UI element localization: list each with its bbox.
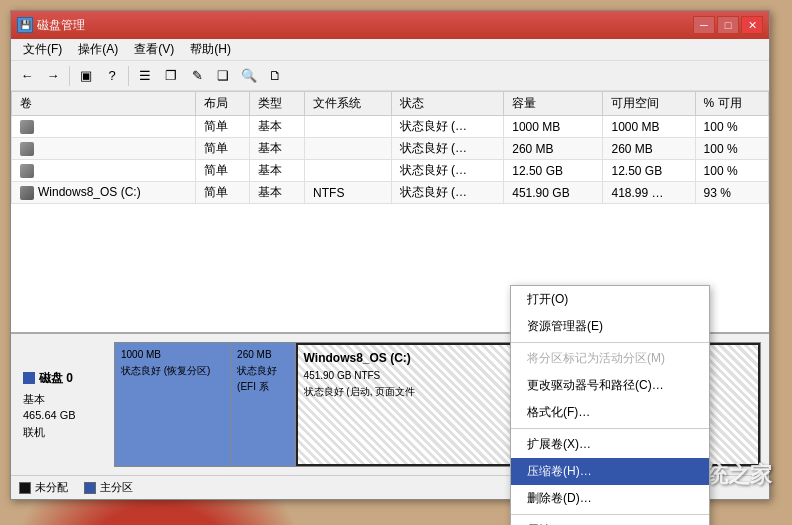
title-buttons: ─ □ ✕	[693, 16, 763, 34]
menu-action[interactable]: 操作(A)	[70, 39, 126, 60]
menu-file[interactable]: 文件(F)	[15, 39, 70, 60]
file-button[interactable]: 🗋	[263, 64, 287, 88]
cell-0-6: 1000 MB	[603, 116, 695, 138]
cell-3-0: Windows8_OS (C:)	[12, 182, 196, 204]
col-header-layout: 布局	[195, 92, 250, 116]
context-menu-item-1[interactable]: 资源管理器(E)	[511, 313, 709, 340]
legend-primary-label: 主分区	[100, 480, 133, 495]
col-header-volume: 卷	[12, 92, 196, 116]
cell-0-2: 基本	[250, 116, 305, 138]
context-menu-sep-1	[511, 342, 709, 343]
partition-1-status: 状态良好 (恢复分区)	[121, 363, 224, 379]
cell-2-0	[12, 160, 196, 182]
legend-primary: 主分区	[84, 480, 133, 495]
context-menu-item-7[interactable]: 删除卷(D)…	[511, 485, 709, 512]
cell-3-1: 简单	[195, 182, 250, 204]
cell-2-4: 状态良好 (…	[391, 160, 504, 182]
disk-type: 基本	[23, 391, 110, 408]
partition-2-status: 状态良好 (EFI 系	[237, 363, 289, 395]
cell-1-0	[12, 138, 196, 160]
edit-button[interactable]: ✎	[185, 64, 209, 88]
cell-3-5: 451.90 GB	[504, 182, 603, 204]
context-menu-item-5[interactable]: 扩展卷(X)…	[511, 431, 709, 458]
cell-3-6: 418.99 …	[603, 182, 695, 204]
legend-unallocated-label: 未分配	[35, 480, 68, 495]
context-menu-item-8[interactable]: 属性(P)	[511, 517, 709, 525]
table-row[interactable]: Windows8_OS (C:)简单基本NTFS状态良好 (…451.90 GB…	[12, 182, 769, 204]
col-header-type: 类型	[250, 92, 305, 116]
context-menu-sep-4	[511, 428, 709, 429]
cell-1-3	[305, 138, 392, 160]
cell-2-3	[305, 160, 392, 182]
context-menu-sep-7	[511, 514, 709, 515]
cell-2-1: 简单	[195, 160, 250, 182]
cell-2-2: 基本	[250, 160, 305, 182]
cell-3-3: NTFS	[305, 182, 392, 204]
disk-title: 磁盘 0	[23, 369, 110, 387]
cell-3-4: 状态良好 (…	[391, 182, 504, 204]
help-button[interactable]: ?	[100, 64, 124, 88]
search-button[interactable]: 🔍	[237, 64, 261, 88]
table-row[interactable]: 简单基本状态良好 (…1000 MB1000 MB100 %	[12, 116, 769, 138]
copy-button[interactable]: ❐	[159, 64, 183, 88]
cell-2-5: 12.50 GB	[504, 160, 603, 182]
col-header-free: 可用空间	[603, 92, 695, 116]
partition-2-size: 260 MB	[237, 347, 289, 363]
cell-0-7: 100 %	[695, 116, 768, 138]
cell-0-1: 简单	[195, 116, 250, 138]
toolbar: ← → ▣ ? ☰ ❐ ✎ ❑ 🔍 🗋	[11, 61, 769, 91]
cell-1-2: 基本	[250, 138, 305, 160]
table-row[interactable]: 简单基本状态良好 (…12.50 GB12.50 GB100 %	[12, 160, 769, 182]
context-menu-item-0[interactable]: 打开(O)	[511, 286, 709, 313]
volume-icon	[20, 164, 34, 178]
disk-size: 465.64 GB	[23, 407, 110, 424]
window-title: 磁盘管理	[37, 17, 85, 34]
cell-1-7: 100 %	[695, 138, 768, 160]
maximize-button[interactable]: □	[717, 16, 739, 34]
context-menu-item-4[interactable]: 格式化(F)…	[511, 399, 709, 426]
forward-button[interactable]: →	[41, 64, 65, 88]
menu-help[interactable]: 帮助(H)	[182, 39, 239, 60]
context-menu: 打开(O)资源管理器(E)将分区标记为活动分区(M)更改驱动器号和路径(C)…格…	[510, 285, 710, 525]
partition-2[interactable]: 260 MB 状态良好 (EFI 系	[231, 343, 296, 466]
cell-2-7: 100 %	[695, 160, 768, 182]
col-header-capacity: 容量	[504, 92, 603, 116]
partition-1[interactable]: 1000 MB 状态良好 (恢复分区)	[115, 343, 231, 466]
disk-square-icon	[23, 372, 35, 384]
properties-button[interactable]: ▣	[74, 64, 98, 88]
back-button[interactable]: ←	[15, 64, 39, 88]
disk-icon	[20, 186, 34, 200]
context-menu-item-6[interactable]: 压缩卷(H)…	[511, 458, 709, 485]
disk-status: 联机	[23, 424, 110, 441]
window-icon: 💾	[17, 17, 33, 33]
context-menu-item-3[interactable]: 更改驱动器号和路径(C)…	[511, 372, 709, 399]
legend-unallocated: 未分配	[19, 480, 68, 495]
cell-1-5: 260 MB	[504, 138, 603, 160]
disk-table: 卷 布局 类型 文件系统 状态 容量 可用空间 % 可用 简单基本状态良好 (……	[11, 91, 769, 204]
view-button[interactable]: ☰	[133, 64, 157, 88]
col-header-fs: 文件系统	[305, 92, 392, 116]
cell-0-0	[12, 116, 196, 138]
toolbar-separator-1	[69, 66, 70, 86]
volume-icon	[20, 120, 34, 134]
cell-3-7: 93 %	[695, 182, 768, 204]
cell-0-5: 1000 MB	[504, 116, 603, 138]
partition-1-size: 1000 MB	[121, 347, 224, 363]
disk-info: 磁盘 0 基本 465.64 GB 联机	[19, 342, 114, 467]
disk-name: 磁盘 0	[39, 369, 73, 387]
menu-view[interactable]: 查看(V)	[126, 39, 182, 60]
title-bar: 💾 磁盘管理 ─ □ ✕	[11, 11, 769, 39]
minimize-button[interactable]: ─	[693, 16, 715, 34]
toolbar-separator-2	[128, 66, 129, 86]
cell-3-2: 基本	[250, 182, 305, 204]
cell-1-1: 简单	[195, 138, 250, 160]
table-row[interactable]: 简单基本状态良好 (…260 MB260 MB100 %	[12, 138, 769, 160]
col-header-status: 状态	[391, 92, 504, 116]
col-header-pct: % 可用	[695, 92, 768, 116]
volume-icon	[20, 142, 34, 156]
legend-unallocated-box	[19, 482, 31, 494]
close-button[interactable]: ✕	[741, 16, 763, 34]
cell-0-3	[305, 116, 392, 138]
context-menu-item-2[interactable]: 将分区标记为活动分区(M)	[511, 345, 709, 372]
paste-button[interactable]: ❑	[211, 64, 235, 88]
